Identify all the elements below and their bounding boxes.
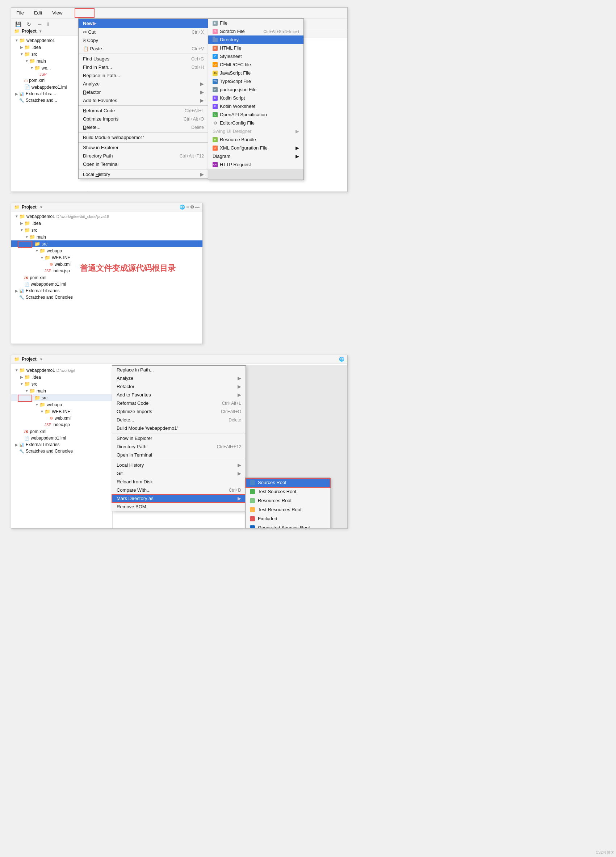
dropdown-arrow[interactable]: ▼	[39, 357, 43, 361]
menu-refactor[interactable]: Refactor ▶	[79, 88, 208, 96]
menu-find-in-path[interactable]: Find in Path... Ctrl+H	[79, 63, 208, 71]
menu-optimize-3[interactable]: Optimize Imports Ctrl+Alt+O	[112, 407, 246, 416]
new-xml-config[interactable]: X XML Configuration File ▶	[208, 144, 303, 152]
menu-edit[interactable]: Edit	[32, 9, 44, 16]
menu-analyze-3[interactable]: Analyze ▶	[112, 374, 246, 382]
tree-src[interactable]: ▼ 📁 src	[11, 51, 87, 57]
tree-main-3[interactable]: ▼ 📁 main	[11, 387, 112, 394]
tree-webapp-2[interactable]: ▼ 📁 webapp	[11, 247, 203, 254]
new-openapi[interactable]: O OpenAPI Specification	[208, 110, 303, 119]
scratches-icon: 🔧	[19, 98, 24, 103]
menu-local-hist-3[interactable]: Local History ▶	[112, 461, 246, 469]
new-directory[interactable]: Directory	[208, 36, 303, 44]
tree-root-2[interactable]: ▼ 📁 webappdemo1 D:\work\gitee\bit_class\…	[11, 213, 203, 220]
tree-webapp[interactable]: ▼ 📁 we...	[11, 65, 87, 71]
mark-sources-root[interactable]: Sources Root	[246, 478, 330, 487]
mark-resources[interactable]: Resources Root	[246, 496, 330, 505]
menu-local-history[interactable]: Local History ▶	[79, 170, 208, 178]
menu-delete[interactable]: Delete... Delete	[79, 123, 208, 131]
menu-file[interactable]: File	[14, 9, 26, 16]
new-html[interactable]: H HTML File	[208, 44, 303, 52]
menu-build-3[interactable]: Build Module 'webappdemo1'	[112, 424, 246, 432]
tree-src-highlighted[interactable]: 📁 src	[11, 394, 112, 401]
tree-src-2[interactable]: ▼ 📁 src	[11, 227, 203, 234]
new-kotlin-script[interactable]: K Kotlin Script	[208, 94, 303, 102]
new-js[interactable]: JS JavaScript File	[208, 69, 303, 77]
new-file[interactable]: F File	[208, 19, 303, 27]
menu-replace-in-path[interactable]: Replace in Path...	[79, 71, 208, 80]
menu-reload-3[interactable]: Reload from Disk	[112, 478, 246, 486]
menu-show-explorer[interactable]: Show in Explorer	[79, 143, 208, 152]
menu-dirpath-3[interactable]: Directory Path Ctrl+Alt+F12	[112, 442, 246, 451]
tree-file-1[interactable]: JSP	[11, 71, 87, 77]
tree-webapp-3[interactable]: ▼ 📁 webapp	[11, 401, 112, 408]
menu-compare-3[interactable]: Compare With... Ctrl+D	[112, 486, 246, 494]
tree-webinf-2[interactable]: ▼ 📁 WEB-INF	[11, 254, 203, 261]
new-css[interactable]: C Stylesheet	[208, 52, 303, 60]
tree-ext-lib[interactable]: ▶ 📊 External Libra...	[11, 91, 87, 97]
tree-indexjsp-3[interactable]: JSP index.jsp	[11, 421, 112, 428]
tree-idea[interactable]: ▶ 📁 .idea	[11, 44, 87, 51]
new-ts[interactable]: TS TypeScript File	[208, 77, 303, 85]
menu-mark-directory[interactable]: Mark Directory as ▶	[112, 494, 246, 503]
menu-find-usages[interactable]: Find Usages Ctrl+G	[79, 55, 208, 63]
tree-idea-2[interactable]: ▶ 📁 .idea	[11, 220, 203, 227]
menu-favorites[interactable]: Add to Favorites ▶	[79, 96, 208, 105]
new-cfml[interactable]: CF CFML/CFC file	[208, 60, 303, 69]
new-diagram[interactable]: Diagram ▶	[208, 152, 303, 160]
menu-favorites-3[interactable]: Add to Favorites ▶	[112, 391, 246, 399]
mark-test-sources[interactable]: Test Sources Root	[246, 487, 330, 496]
new-kotlin-ws[interactable]: K Kotlin Worksheet	[208, 102, 303, 110]
new-resource-bundle[interactable]: R Resource Bundle	[208, 135, 303, 144]
tree-root-3[interactable]: ▼ 📁 webappdemo1 D:\work\git	[11, 367, 112, 374]
tree-pom[interactable]: m pom.xml	[11, 77, 87, 84]
tree-main[interactable]: ▼ 📁 main	[11, 57, 87, 65]
new-editorconfig[interactable]: ⚙ EditorConfig File	[208, 119, 303, 127]
tree-scratches[interactable]: 🔧 Scratches and...	[11, 97, 87, 104]
mark-test-resources[interactable]: Test Resources Root	[246, 505, 330, 514]
tree-scratches-3[interactable]: 🔧 Scratches and Consoles	[11, 448, 112, 455]
tree-pom-2[interactable]: m pom.xml	[11, 274, 203, 281]
tree-main-2[interactable]: ▼ 📁 main	[11, 234, 203, 240]
menu-dir-path[interactable]: Directory Path Ctrl+Alt+F12	[79, 152, 208, 160]
menu-open-terminal[interactable]: Open in Terminal	[79, 160, 208, 169]
tree-ext-3[interactable]: ▶ 📊 External Libraries	[11, 441, 112, 448]
tree-scratches-2[interactable]: 🔧 Scratches and Consoles	[11, 294, 203, 300]
menu-analyze[interactable]: Analyze ▶	[79, 80, 208, 88]
menu-build[interactable]: Build Module 'webappdemo1'	[79, 133, 208, 142]
dropdown-arrow[interactable]: ▼	[39, 205, 43, 209]
mark-excluded[interactable]: Excluded	[246, 514, 330, 523]
menu-remove-bom[interactable]: Remove BOM	[112, 503, 246, 511]
tree-idea-3[interactable]: ▶ 📁 .idea	[11, 374, 112, 381]
tree-root[interactable]: ▼ 📁 webappdemo1	[11, 37, 87, 44]
new-scratch[interactable]: S Scratch File Ctrl+Alt+Shift+Insert	[208, 27, 303, 36]
menu-terminal-3[interactable]: Open in Terminal	[112, 451, 246, 459]
tree-src-3[interactable]: ▼ 📁 src	[11, 381, 112, 387]
tree-ext-2[interactable]: ▶ 📊 External Libraries	[11, 288, 203, 294]
tree-src-selected[interactable]: 📁 src	[11, 240, 203, 247]
menu-git-3[interactable]: Git ▶	[112, 469, 246, 478]
menu-copy[interactable]: ⎘ Copy	[79, 36, 208, 45]
menu-reformat[interactable]: Reformat Code Ctrl+Alt+L	[79, 107, 208, 115]
menu-delete-3[interactable]: Delete... Delete	[112, 416, 246, 424]
tree-iml[interactable]: 📄 webappdemo1.iml	[11, 84, 87, 91]
menu-reformat-3[interactable]: Reformat Code Ctrl+Alt+L	[112, 399, 246, 407]
dropdown-arrow[interactable]: ▼	[39, 29, 42, 33]
file-icon: F	[212, 21, 218, 26]
tree-webxml-3[interactable]: ⚙ web.xml	[11, 415, 112, 421]
menu-optimize[interactable]: Optimize Imports Ctrl+Alt+O	[79, 115, 208, 123]
menu-replace[interactable]: Replace in Path...	[112, 366, 246, 374]
menu-cut[interactable]: ✂ Cut Ctrl+X	[79, 28, 208, 36]
menu-view[interactable]: View	[50, 9, 65, 16]
menu-refactor-3[interactable]: Refactor ▶	[112, 382, 246, 391]
mark-generated[interactable]: Generated Sources Root	[246, 523, 330, 528]
tree-iml-2[interactable]: 📄 webappdemo1.iml	[11, 281, 203, 288]
pkg-icon: P	[212, 87, 218, 92]
tree-webinf-3[interactable]: ▼ 📁 WEB-INF	[11, 408, 112, 415]
menu-show-3[interactable]: Show in Explorer	[112, 434, 246, 442]
tree-iml-3[interactable]: 📄 webappdemo1.iml	[11, 435, 112, 441]
new-http-request[interactable]: API HTTP Request	[208, 160, 303, 169]
menu-paste[interactable]: 📋 Paste Ctrl+V	[79, 45, 208, 53]
tree-pom-3[interactable]: m pom.xml	[11, 428, 112, 435]
new-pkg[interactable]: P package.json File	[208, 85, 303, 94]
